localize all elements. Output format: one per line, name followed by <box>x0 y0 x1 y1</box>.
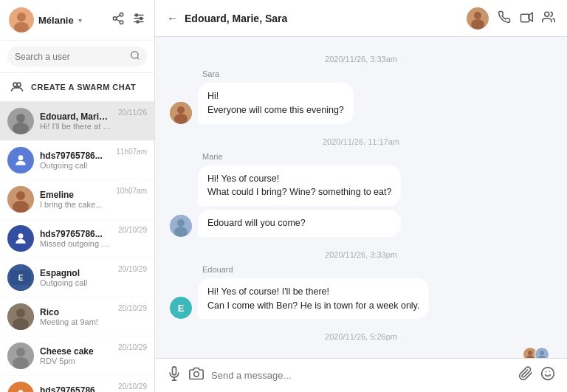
contact-info: hds79765786... Missed outgoing call <box>40 229 112 248</box>
user-profile[interactable]: Mélanie ▾ <box>9 7 82 32</box>
microphone-icon[interactable] <box>167 366 182 385</box>
contact-name: Cheese cake <box>40 346 112 357</box>
contact-item-edouard-marie-sara[interactable]: Edouard, Marie, Sara Hi! I'll be there a… <box>0 102 154 141</box>
svg-point-60 <box>194 372 199 377</box>
svg-point-55 <box>540 351 544 355</box>
timestamp-label: 2020/11/26, 3:33pm <box>170 250 552 259</box>
people-icon[interactable] <box>542 10 555 27</box>
camera-icon[interactable] <box>189 366 204 385</box>
contact-avatar <box>7 147 34 173</box>
contact-item-hds1[interactable]: hds79765786... Outgoing call 11h07am <box>0 141 154 180</box>
reaction-avatars <box>170 347 549 358</box>
contact-preview: Hi! I'll be there at 7pm, is it... <box>40 122 112 131</box>
chat-header-icons <box>467 7 555 30</box>
footer-right-icons <box>518 366 555 385</box>
svg-point-61 <box>542 368 554 380</box>
search-icon[interactable] <box>130 50 140 63</box>
contact-avatar <box>7 108 34 134</box>
create-swarm-button[interactable]: CREATE A SWARM CHAT <box>0 73 154 102</box>
svg-point-12 <box>140 18 142 20</box>
contact-avatar <box>7 303 34 330</box>
chat-title: Edouard, Marie, Sara <box>185 13 287 24</box>
svg-line-7 <box>116 16 120 18</box>
contact-name: Edouard, Marie, Sara <box>40 111 112 122</box>
create-swarm-label: CREATE A SWARM CHAT <box>31 83 136 92</box>
settings-icon[interactable] <box>132 12 145 28</box>
timestamp-label: 2020/11/26, 5:26pm <box>170 332 552 341</box>
contact-item-emeline[interactable]: Emeline I bring the cake... 10h07am <box>0 180 154 219</box>
contact-info: hds79765786... Outgoing call <box>40 151 110 170</box>
contact-avatar: E <box>7 264 34 291</box>
message-input[interactable] <box>211 367 511 384</box>
contact-preview: Missed outgoing call <box>40 239 112 248</box>
contact-name: hds79765786... <box>40 229 112 239</box>
svg-point-19 <box>16 114 25 123</box>
contact-item-hds3[interactable]: hds79765786... Outgoing call 20/10/29 <box>0 376 154 392</box>
contact-preview: RDV 5pm <box>40 357 112 365</box>
svg-point-24 <box>13 201 29 213</box>
search-input-wrap <box>7 47 147 66</box>
contact-preview: Outgoing call <box>40 161 110 170</box>
svg-point-49 <box>177 219 185 227</box>
message-avatar <box>170 215 192 237</box>
contact-time: 20/10/29 <box>118 382 147 391</box>
timestamp-label: 2020/11/26, 11:17am <box>170 137 552 146</box>
contact-info: Edouard, Marie, Sara Hi! I'll be there a… <box>40 111 112 131</box>
svg-point-17 <box>17 83 21 86</box>
contact-avatar <box>7 343 34 369</box>
message-avatar: E <box>170 297 192 319</box>
svg-point-46 <box>177 106 185 114</box>
search-bar <box>0 41 154 73</box>
svg-point-23 <box>16 191 25 200</box>
contact-item-hds2[interactable]: hds79765786... Missed outgoing call 20/1… <box>0 219 154 258</box>
contact-preview: Outgoing call <box>40 278 112 287</box>
svg-point-41 <box>471 19 484 30</box>
contact-time: 10h07am <box>116 187 147 195</box>
svg-point-13 <box>137 21 139 23</box>
svg-point-30 <box>16 309 25 317</box>
contact-item-espagnol[interactable]: E Espagnol Outgoing call 20/10/29 <box>0 258 154 298</box>
message-row: E Hi! Yes of course! I'll be there!Can I… <box>170 278 552 320</box>
chat-area: ← Edouard, Marie, Sara 2020/11/26, 3:33a… <box>155 0 567 392</box>
phone-icon[interactable] <box>498 10 511 27</box>
user-avatar <box>9 7 34 32</box>
contact-item-rico[interactable]: Rico Meeting at 9am! 20/10/29 <box>0 298 154 337</box>
svg-point-1 <box>17 13 26 21</box>
contact-preview: I bring the cake... <box>40 200 110 209</box>
svg-point-21 <box>18 155 24 160</box>
share-icon[interactable] <box>111 12 125 28</box>
message-bubble: Hi!Everyone will come this evening? <box>198 83 354 124</box>
svg-point-40 <box>474 12 481 19</box>
attachment-icon[interactable] <box>518 366 533 385</box>
message-row: Hi!Everyone will come this evening? <box>170 83 552 124</box>
message-row: Hi! Yes of course!What could I bring? Wi… <box>170 165 552 237</box>
timestamp-label: 2020/11/26, 3:33am <box>170 55 552 63</box>
back-arrow-icon[interactable]: ← <box>167 12 179 25</box>
contact-name: Emeline <box>40 190 110 200</box>
svg-point-47 <box>174 114 188 124</box>
svg-point-25 <box>18 233 24 238</box>
contact-preview: Meeting at 9am! <box>40 317 112 326</box>
contact-item-cheese-cake[interactable]: Cheese cake RDV 5pm 20/10/29 <box>0 337 154 376</box>
svg-point-14 <box>131 52 138 58</box>
message-bubble: Edouard will you come? <box>198 210 401 237</box>
svg-point-31 <box>13 318 29 330</box>
svg-rect-57 <box>173 367 176 375</box>
contact-avatar <box>7 186 34 213</box>
swarm-icon <box>9 79 25 95</box>
sender-label: Sara <box>202 69 552 78</box>
contact-time: 11h07am <box>116 148 147 156</box>
contact-time: 20/10/29 <box>118 304 147 312</box>
search-input[interactable] <box>15 52 126 62</box>
contact-name: hds79765786... <box>40 385 112 392</box>
svg-point-11 <box>136 14 138 16</box>
svg-point-52 <box>528 351 532 355</box>
video-icon[interactable] <box>520 10 533 27</box>
emoji-icon[interactable] <box>540 366 555 385</box>
contact-avatar <box>7 225 34 252</box>
contact-info: Rico Meeting at 9am! <box>40 307 112 326</box>
chat-title-wrap: ← Edouard, Marie, Sara <box>167 12 287 25</box>
message-avatar <box>170 102 192 124</box>
svg-point-2 <box>14 22 29 32</box>
svg-line-6 <box>116 19 120 21</box>
